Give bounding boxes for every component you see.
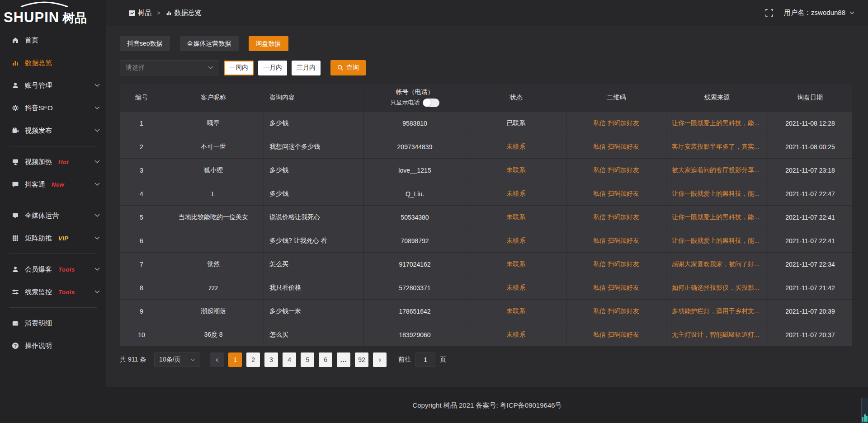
cell-account: 183929060 (364, 323, 466, 347)
tab-inquiry-data[interactable]: 询盘数据 (249, 36, 288, 51)
cell-nickname: 狐小狸 (163, 159, 264, 182)
cell-source-link[interactable]: 让你一眼就爱上的黑科技，能... (666, 206, 768, 229)
cell-account: Q_Liu. (364, 182, 466, 206)
cell-source-link[interactable]: 让你一眼就爱上的黑科技，能... (666, 182, 768, 206)
page-button-6[interactable]: 6 (319, 352, 332, 367)
floating-widget[interactable] (861, 398, 868, 423)
cell-qrcode-link[interactable]: 私信 扫码加好友 (566, 300, 666, 323)
cell-qrcode-link[interactable]: 私信 扫码加好友 (566, 206, 666, 229)
table-row: 4 L 多少钱 Q_Liu. 未联系 私信 扫码加好友 让你一眼就爱上的黑科技，… (120, 182, 853, 206)
query-button[interactable]: 查询 (330, 60, 366, 75)
sidebar-item-label: 操作说明 (25, 342, 52, 350)
filter-select[interactable]: 请选择 (120, 60, 219, 75)
page-button-3[interactable]: 3 (264, 352, 278, 367)
sidebar-item-spend-detail[interactable]: 消费明细 (0, 312, 106, 334)
cell-account: 572803371 (364, 276, 466, 300)
col-account: 帐号（电话） 只显示电话 (364, 84, 466, 112)
sidebar-item-home[interactable]: 首页 (0, 29, 106, 52)
cell-content: 多少钱一米 (264, 300, 364, 323)
cell-qrcode-link[interactable]: 私信 扫码加好友 (566, 112, 666, 135)
cell-content: 说说价格让我死心 (264, 206, 364, 229)
page-button-92[interactable]: 92 (355, 352, 368, 367)
range-week-button[interactable]: 一周内 (224, 61, 254, 75)
cell-source-link[interactable]: 客厅安装投影半年多了，真实... (666, 135, 768, 159)
page-button-4[interactable]: 4 (283, 352, 296, 367)
cell-source-link[interactable]: 无主灯设计，智能磁吸轨道灯... (666, 323, 768, 347)
cell-date: 2021-11-07 20:37 (768, 323, 853, 347)
cell-source-link[interactable]: 被大家追着问的客厅投影分享... (666, 159, 768, 182)
cell-id: 1 (120, 112, 163, 135)
sidebar-item-member-burst[interactable]: 会员爆客 Tools (0, 258, 106, 281)
sidebar-item-label: 线索监控 (25, 288, 52, 296)
sidebar-item-doketong[interactable]: 抖客通 New (0, 173, 106, 196)
col-qrcode: 二维码 (566, 84, 666, 112)
screen-icon (11, 158, 19, 166)
fullscreen-icon[interactable] (765, 9, 773, 17)
question-circle-icon: ? (11, 342, 19, 350)
comment-icon (11, 181, 19, 188)
sidebar-item-label: 账号管理 (25, 81, 52, 90)
cell-source-link[interactable]: 让你一眼就爱上的黑科技，能... (666, 229, 768, 253)
page-button-5[interactable]: 5 (301, 352, 314, 367)
goto-page-input[interactable] (415, 352, 435, 367)
cell-id: 2 (120, 135, 163, 159)
select-placeholder: 请选择 (126, 64, 145, 72)
range-month-button[interactable]: 一月内 (258, 61, 287, 75)
tab-omnimedia-data[interactable]: 全媒体运营数据 (180, 36, 239, 51)
cell-qrcode-link[interactable]: 私信 扫码加好友 (566, 276, 666, 300)
cell-source-link[interactable]: 感谢大家喜欢我家，被问了好... (666, 253, 768, 276)
cell-nickname: 当地比较能吃的一位美女 (163, 206, 264, 229)
cell-account: 2097344839 (364, 135, 466, 159)
phone-only-toggle[interactable] (423, 99, 439, 107)
sidebar-item-label: 数据总览 (25, 59, 52, 67)
cell-qrcode-link[interactable]: 私信 扫码加好友 (566, 229, 666, 253)
cell-nickname: 不可一世 (163, 135, 264, 159)
page-button-1[interactable]: 1 (228, 352, 242, 367)
cell-qrcode-link[interactable]: 私信 扫码加好友 (566, 182, 666, 206)
sidebar-item-lead-monitor[interactable]: 线索监控 Tools (0, 281, 106, 303)
cell-qrcode-link[interactable]: 私信 扫码加好友 (566, 323, 666, 347)
cell-content: 怎么买 (264, 323, 364, 347)
table-row: 10 36度 8 怎么买 183929060 未联系 私信 扫码加好友 无主灯设… (120, 323, 853, 347)
sidebar-item-video-publish[interactable]: 视频发布 (0, 119, 106, 142)
menu-divider (9, 200, 97, 200)
sidebar-item-omnimedia[interactable]: 全媒体运营 (0, 204, 106, 227)
menu-divider (9, 307, 97, 308)
page-size-select[interactable]: 10条/页 (154, 352, 200, 367)
col-nickname: 客户昵称 (163, 84, 264, 112)
page-button-2[interactable]: 2 (246, 352, 260, 367)
sidebar-item-matrix-boost[interactable]: 矩阵助推 VIP (0, 227, 106, 249)
range-quarter-button[interactable]: 三月内 (292, 61, 321, 75)
sidebar-item-help[interactable]: ? 操作说明 (0, 334, 106, 357)
sidebar-item-douyin-seo[interactable]: 抖音SEO (0, 97, 106, 119)
breadcrumb-root[interactable]: 树品 (138, 9, 151, 17)
cell-source-link[interactable]: 如何正确选择投影仪，买投影... (666, 276, 768, 300)
sidebar-item-account-mgmt[interactable]: 账号管理 (0, 74, 106, 97)
toggle-knob (423, 99, 431, 107)
app-square-icon (129, 10, 135, 16)
cell-qrcode-link[interactable]: 私信 扫码加好友 (566, 135, 666, 159)
cell-id: 9 (120, 300, 163, 323)
cell-qrcode-link[interactable]: 私信 扫码加好友 (566, 159, 666, 182)
cell-source-link[interactable]: 让你一眼就爱上的黑科技，能... (666, 112, 768, 135)
menu-divider (9, 254, 97, 254)
topbar-right: 用户名：zswodun88 (765, 9, 854, 17)
user-dropdown[interactable]: 用户名：zswodun88 (784, 9, 854, 17)
page-ellipsis-button[interactable]: ... (337, 352, 350, 367)
sidebar-item-video-heat[interactable]: 视频加热 Hot (0, 150, 106, 173)
prev-page-button[interactable]: ‹ (210, 352, 224, 367)
bar-chart-icon (11, 59, 19, 67)
home-icon (11, 37, 19, 44)
breadcrumb-current: 数据总览 (175, 9, 202, 17)
cell-qrcode-link[interactable]: 私信 扫码加好友 (566, 253, 666, 276)
next-page-button[interactable]: › (373, 352, 387, 367)
filter-row: 请选择 一周内 一月内 三月内 查询 (120, 60, 868, 75)
sidebar-item-data-overview[interactable]: 数据总览 (0, 52, 106, 74)
tab-douyin-seo-data[interactable]: 抖音seo数据 (120, 36, 170, 51)
chevron-down-icon (94, 290, 100, 294)
cell-status: 已联系 (466, 112, 566, 135)
col-id: 编号 (120, 84, 163, 112)
cell-status: 未联系 (466, 159, 566, 182)
cell-id: 3 (120, 159, 163, 182)
cell-source-link[interactable]: 多功能护栏灯，适用于乡村文... (666, 300, 768, 323)
